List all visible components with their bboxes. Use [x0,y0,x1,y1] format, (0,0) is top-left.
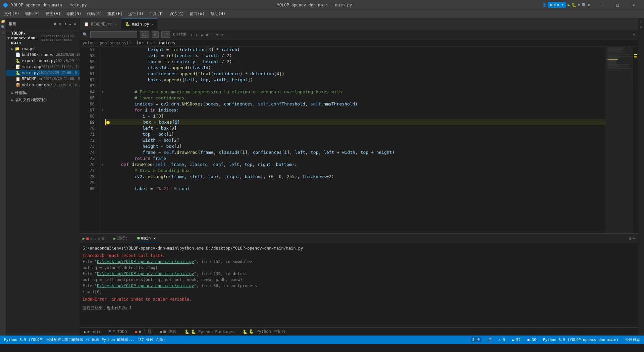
sidebar-item-maincpp[interactable]: 📝 main.cpp 2021/8/29 11:00, 7.55 kB [6,64,79,70]
find-btn5[interactable]: ⬚ [211,32,213,37]
find-input[interactable] [90,31,137,38]
sidebar-icon-1[interactable]: ⊞ [54,21,57,27]
menu-tools[interactable]: 工具(T) [146,10,167,17]
status-python-env[interactable]: Python 3.9 (YOLOP) 已被配置为项目解释器 // 配置 Pyth… [3,337,167,342]
run-btn[interactable]: ▶ [568,3,570,7]
code-line-77[interactable]: # Draw a bounding box. [105,168,606,174]
tab-readme-close[interactable]: ✕ [115,22,117,26]
sidebar-item-bdd100k[interactable]: 📄 bdd100k.names 2021/8/29 11:00, 5 B 37 … [6,52,79,58]
maximize-button[interactable]: □ [610,0,625,10]
status-python-version[interactable]: Python 3.9 (YOLOP-opencv-dnn-main) [542,338,620,342]
code-line-66[interactable]: indices = cv2.dnn.NMSBoxes(boxes, confid… [105,101,606,107]
branch-indicator[interactable]: main ▾ [548,2,567,8]
tab-mainpy[interactable]: 🐍 main.py ✕ [121,18,158,30]
status-hints[interactable]: ● 30 [526,338,538,342]
menu-navigate[interactable]: 导航(N) [63,10,84,17]
terminal-toolbar-btn[interactable]: ■ ■ 终端 [158,328,178,335]
terminal-scroll-down-btn[interactable]: ↓ [94,236,96,241]
menu-vcs[interactable]: VCS(S) [167,11,187,17]
code-line-75[interactable]: return frame [105,156,606,162]
tab-main-close[interactable]: ✕ [154,236,156,240]
status-sougou[interactable]: S 中 [471,337,482,342]
status-errors[interactable]: ⚠ 3 [497,338,506,342]
code-line-57[interactable]: height = int(detection[3] * ratioh) [105,47,606,53]
tab-readme[interactable]: 📋 README.md ✕ [80,18,121,30]
code-line-79[interactable] [105,180,606,186]
python-console-btn[interactable]: 🐍 🐍 Python 控制台 [241,328,287,335]
find-prev-btn[interactable]: ↑ [191,32,193,37]
problems-toolbar-btn[interactable]: ● ● 问题 [133,328,153,335]
sidebar-icon-2[interactable]: ≡ [59,21,62,27]
terminal-stop-btn[interactable]: ■ [86,236,89,241]
terminal-file-link-3[interactable]: D:\desktop\YOLOP-opencv-dnn-main\main.py [97,283,194,288]
right-tool-1[interactable]: ▷ [639,19,643,23]
sidebar-item-export[interactable]: 🐍 export_onnx.py 2021/8/29 11:00, 5.89 k… [6,58,79,64]
git-activity-btn[interactable]: ⎇ [1,31,5,35]
menu-run[interactable]: 运行(U) [125,10,146,17]
code-line-64[interactable]: # Perform non maximum suppression to eli… [105,89,606,95]
tab-main[interactable]: main ✕ [133,234,160,242]
sidebar-item-external-libs[interactable]: ▶ 外部库 [6,89,79,96]
python-packages-btn[interactable]: 🐍 🐍 Python Packages [183,329,236,335]
breadcrumb-part3[interactable]: for i in indices [137,41,175,45]
close-button[interactable]: ✕ [626,0,641,10]
menu-refactor[interactable]: 重构(H) [105,10,125,17]
code-line-60[interactable]: classIds.append(classId) [105,65,606,71]
sidebar-icon-5[interactable]: ✕ [73,21,77,27]
menu-help[interactable]: 帮助(H) [208,10,228,17]
debug-btn[interactable]: 🐛 [572,3,577,7]
find-btn4[interactable]: ⇄ [206,32,208,37]
terminal-list-btn[interactable]: ≡ [98,236,100,241]
toolbar-icons[interactable]: ⚙️ [578,3,580,7]
menu-edit[interactable]: 编辑(E) [22,10,43,17]
code-line-71[interactable]: top = box[1] [105,131,606,137]
search-top-btn[interactable]: 🔍 [582,3,587,7]
find-w-btn[interactable]: W [152,31,159,38]
menu-window[interactable]: 窗口(W) [187,10,208,17]
code-content[interactable]: height = int(detection[3] * ratioh) left… [105,47,606,233]
code-line-67[interactable]: for i in indices: [105,107,606,113]
terminal-file-link-2[interactable]: D:\desktop\YOLOP-opencv-dnn-main\main.py [97,271,194,276]
terminal-rerun-btn[interactable]: ↺ [90,236,92,241]
run-toolbar-btn[interactable]: ▶ ▶ 运行 [83,328,102,335]
find-btn3[interactable]: ↵ [201,32,203,37]
code-line-74[interactable]: frame = self.drawPred(frame, classIds[i]… [105,149,606,156]
code-line-72[interactable]: width = box[2] [105,137,606,143]
tab-mainpy-close[interactable]: ✕ [151,23,153,26]
sidebar-item-readme[interactable]: 📋 README.md 2021/8/29 11:00, 56 36 分钟 之前 [6,76,79,82]
status-log[interactable]: 今日日志 [624,337,641,342]
breadcrumb-part2[interactable]: postprocess() [100,41,131,45]
find-btn6[interactable]: ⇋ [216,32,218,37]
status-mic[interactable]: 🎤 [486,338,493,342]
fold-64[interactable]: ▼ [100,89,105,95]
folder-activity-btn[interactable]: 📁 [1,19,5,23]
sidebar-item-scratch[interactable]: ▶ 临时文件和控制台 [6,96,79,103]
sidebar-icon-3[interactable]: ↕ [63,21,67,27]
menu-file[interactable]: 文件(F) [1,10,22,17]
status-warnings[interactable]: ▲ 52 [511,338,522,342]
terminal-trash-btn[interactable]: 🗑 [101,236,105,241]
menu-view[interactable]: 视图(V) [43,10,63,17]
profile-icon[interactable]: 👤 [542,3,546,7]
tab-run[interactable]: ▶ 运行: [109,234,131,243]
panel-close-btn[interactable]: — [633,236,635,241]
code-line-68[interactable]: i = i[0] [105,113,606,119]
code-line-62[interactable]: boxes.append([left, top, width, height]) [105,77,606,83]
code-line-70[interactable]: left = box[0] [105,125,606,131]
panel-settings-btn[interactable]: ⚙ [629,236,632,241]
find-regex-btn[interactable]: .* [161,31,170,38]
code-line-61[interactable]: confidences.append(float(confidence) * d… [105,71,606,77]
menu-code[interactable]: 代码(C) [84,10,105,17]
sidebar-item-onnx[interactable]: 📦 yolop.onnx 2021/11/29 16:10, 31.8 MB [6,82,79,88]
fold-76[interactable]: ▼ [100,162,105,168]
terminal-file-link-1[interactable]: D:\desktop\YOLOP-opencv-dnn-main\main.py [97,259,194,264]
code-line-78[interactable]: cv2.rectangle(frame, (left, top), (right… [105,174,606,180]
code-line-63[interactable] [105,83,606,89]
right-tool-2[interactable]: ⚙ [640,25,642,29]
fold-67[interactable]: ▼ [100,107,105,113]
find-cc-btn[interactable]: Cc [140,31,149,38]
todo-toolbar-btn[interactable]: E E TODO [107,329,128,335]
code-line-58[interactable]: left = int(center_x - width / 2) [105,53,606,59]
code-line-76[interactable]: def drawPred(self, frame, classId, conf,… [105,162,606,168]
code-line-73[interactable]: height = box[3] [105,143,606,149]
